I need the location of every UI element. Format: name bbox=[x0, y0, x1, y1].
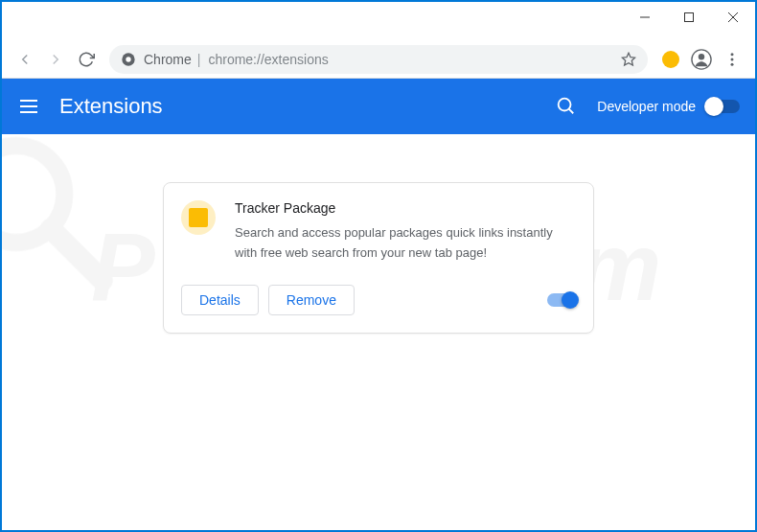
package-icon bbox=[181, 200, 216, 235]
back-button[interactable] bbox=[10, 44, 40, 75]
menu-dots-icon[interactable] bbox=[717, 44, 747, 75]
developer-mode-toggle[interactable] bbox=[707, 100, 740, 113]
title-bar bbox=[2, 2, 755, 40]
address-url: chrome://extensions bbox=[208, 52, 621, 67]
svg-point-14 bbox=[699, 54, 704, 59]
developer-mode-label: Developer mode bbox=[597, 99, 696, 114]
extension-card: Tracker Package Search and access popula… bbox=[163, 182, 594, 334]
address-bar-row: Chrome | chrome://extensions bbox=[2, 40, 755, 79]
address-bar[interactable]: Chrome | chrome://extensions bbox=[109, 45, 648, 74]
chrome-icon bbox=[121, 52, 136, 67]
tab-bar: Extensions bbox=[2, 0, 755, 2]
hamburger-icon[interactable] bbox=[17, 95, 40, 118]
details-button[interactable]: Details bbox=[181, 285, 259, 315]
browser-tab[interactable]: Extensions bbox=[10, 0, 240, 2]
svg-point-16 bbox=[731, 58, 734, 60]
close-window-button[interactable] bbox=[711, 2, 755, 33]
remove-button[interactable]: Remove bbox=[268, 285, 355, 315]
extension-description: Search and access popular packages quick… bbox=[235, 223, 576, 264]
page-title: Extensions bbox=[59, 94, 555, 119]
extension-enable-toggle[interactable] bbox=[547, 293, 576, 307]
svg-rect-7 bbox=[685, 13, 694, 22]
minimize-button[interactable] bbox=[623, 2, 667, 33]
forward-button[interactable] bbox=[40, 44, 71, 75]
svg-line-22 bbox=[569, 109, 574, 114]
svg-point-15 bbox=[731, 53, 734, 56]
extensions-header: Extensions Developer mode bbox=[2, 79, 755, 134]
svg-point-21 bbox=[559, 99, 571, 111]
reload-button[interactable] bbox=[71, 44, 102, 75]
svg-marker-12 bbox=[622, 53, 634, 65]
address-origin: Chrome bbox=[144, 52, 192, 67]
maximize-button[interactable] bbox=[667, 2, 711, 33]
svg-point-17 bbox=[731, 62, 734, 65]
extension-toolbar-icon[interactable] bbox=[655, 44, 686, 75]
address-separator: | bbox=[197, 52, 201, 67]
search-icon[interactable] bbox=[555, 95, 578, 118]
bookmark-star-icon[interactable] bbox=[621, 52, 636, 67]
extensions-content: Tracker Package Search and access popula… bbox=[2, 134, 755, 334]
new-tab-button[interactable] bbox=[247, 0, 274, 2]
extension-name: Tracker Package bbox=[235, 200, 576, 216]
svg-point-11 bbox=[126, 57, 130, 61]
profile-icon[interactable] bbox=[686, 44, 717, 75]
